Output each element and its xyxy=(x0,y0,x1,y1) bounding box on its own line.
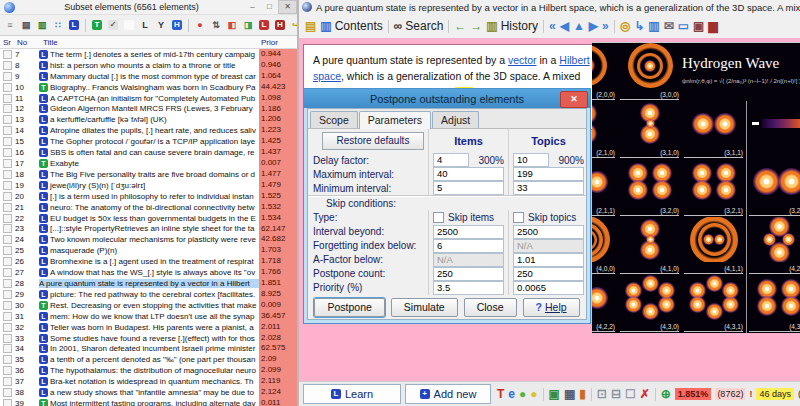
table-row[interactable]: 24LTwo known molecular mechanisms for pl… xyxy=(0,234,297,245)
ball-yellow-icon[interactable]: ● xyxy=(530,387,537,401)
check-all-icon[interactable]: ✓ xyxy=(106,18,120,32)
table-row[interactable]: 10TBiography.. Francis Walsingham was bo… xyxy=(0,82,297,93)
topics-input[interactable]: 33 xyxy=(513,181,584,195)
html-red-icon[interactable]: H xyxy=(273,18,287,32)
row-checkbox[interactable] xyxy=(3,137,12,146)
table-row[interactable]: 34LIn 2001, Sharon defeated incumbent Is… xyxy=(0,343,297,354)
table-row[interactable]: 14LAtropine dilates the pupils, [.] hear… xyxy=(0,125,297,136)
letter-l-icon[interactable]: L xyxy=(138,18,152,32)
row-checkbox[interactable] xyxy=(3,279,12,288)
items-checkbox[interactable] xyxy=(433,212,444,223)
table-row[interactable]: 25Lmasquerade (P)(n)1.703 xyxy=(0,245,297,256)
view-list-icon[interactable]: ≡ xyxy=(3,18,17,32)
row-checkbox[interactable] xyxy=(3,115,12,124)
row-checkbox[interactable] xyxy=(3,61,12,70)
row-checkbox[interactable] xyxy=(3,72,12,81)
zoom-icon[interactable]: ◎ xyxy=(620,19,630,33)
row-checkbox[interactable] xyxy=(3,50,12,59)
row-checkbox[interactable] xyxy=(3,268,12,277)
row-checkbox[interactable] xyxy=(3,290,12,299)
table-row[interactable]: 17TExabyte0.007 xyxy=(0,158,297,169)
mail-icon[interactable]: ✉ xyxy=(664,19,674,33)
row-checkbox[interactable] xyxy=(3,388,12,397)
postpone-button[interactable]: Postpone xyxy=(314,298,384,317)
topics-checkbox[interactable] xyxy=(513,212,524,223)
topics-input[interactable]: 250 xyxy=(513,267,584,281)
help-button[interactable]: ?Help xyxy=(523,298,580,317)
row-checkbox[interactable] xyxy=(3,203,12,212)
picture-icon[interactable]: ▦ xyxy=(564,387,575,401)
table-row[interactable]: 32LTeller was born in Budapest. His pare… xyxy=(0,322,297,333)
table-row[interactable]: 38La new study shows that "infantile amn… xyxy=(0,387,297,398)
table-row[interactable]: 19Ljewe(l/ll)ry (S)(n) [ˈdʒu:əlrɪ]1.479 xyxy=(0,180,297,191)
select-icon[interactable]: ☐ xyxy=(625,387,636,401)
tasklist-icon[interactable]: ▣ xyxy=(693,19,704,33)
row-checkbox[interactable] xyxy=(3,192,12,201)
items-input[interactable]: 40 xyxy=(433,167,504,181)
row-checkbox[interactable] xyxy=(3,312,12,321)
table-row[interactable]: 23L[...]::style PropertyRetrieves an inl… xyxy=(0,224,297,235)
item-icon[interactable]: L xyxy=(67,18,81,32)
dialog-close-button[interactable]: ✕ xyxy=(560,91,588,108)
table-row[interactable]: 16LSBS is often fatal and can cause seve… xyxy=(0,147,297,158)
table-row[interactable]: 33LSome studies have found a reverse [.]… xyxy=(0,333,297,344)
forward-icon[interactable]: → xyxy=(470,19,482,33)
priority-percent-badge[interactable]: 1.851% xyxy=(675,388,712,400)
items-input[interactable]: 3.5 xyxy=(433,281,504,295)
row-checkbox[interactable] xyxy=(3,94,12,103)
book-icon[interactable]: ▥ xyxy=(648,19,659,33)
table-row[interactable]: 15LThe Gopher protocol /ˈgoufər/ is a TC… xyxy=(0,136,297,147)
row-checkbox[interactable] xyxy=(3,334,12,343)
table-row[interactable]: 31Lmem: How do we know that LTP doesn't … xyxy=(0,311,297,322)
sort-icon[interactable]: ⇅ xyxy=(209,18,223,32)
row-checkbox[interactable] xyxy=(3,214,12,223)
window-red-icon[interactable]: ◧ xyxy=(225,18,239,32)
topics-input[interactable]: 0.0065 xyxy=(513,281,584,295)
folder-dark-icon[interactable]: ▤ xyxy=(19,18,33,32)
table-row[interactable]: 26LBromhexine is a [.] agent used in the… xyxy=(0,256,297,267)
items-input[interactable]: 2500 xyxy=(433,225,504,239)
bullet-red-icon[interactable]: ● xyxy=(193,18,207,32)
row-checkbox[interactable] xyxy=(3,126,12,135)
items-input[interactable]: 6 xyxy=(433,239,504,253)
table-row[interactable]: 28A pure quantum state is represented by… xyxy=(0,278,297,289)
protect-icon[interactable]: ⊕ xyxy=(661,387,671,401)
export-icon[interactable]: ↪ xyxy=(289,18,297,32)
add-new-button[interactable]: + Add new xyxy=(405,384,491,404)
dismiss-icon[interactable]: ✗ xyxy=(640,387,650,401)
tab-parameters[interactable]: Parameters xyxy=(359,111,431,129)
row-checkbox[interactable] xyxy=(3,83,12,92)
table-row[interactable]: 18LThe Big Five personality traits are f… xyxy=(0,169,297,180)
table-row[interactable]: 11LA CAPTCHA (an initialism for "Complet… xyxy=(0,93,297,104)
camera-icon[interactable]: ▣ xyxy=(549,387,560,401)
table-row[interactable]: 39TMost intermittent fasting programs, i… xyxy=(0,398,297,406)
row-checkbox[interactable] xyxy=(3,301,12,310)
table-row[interactable]: 36LThe hypothalamus: the distribution of… xyxy=(0,365,297,376)
row-checkbox[interactable] xyxy=(3,159,12,168)
column-header-title[interactable]: Title xyxy=(43,38,261,47)
items-input[interactable]: 4 xyxy=(433,153,469,167)
table-row[interactable]: 9LMammary ductal [.] is the most common … xyxy=(0,71,297,82)
dictionary-icon[interactable]: ▆ xyxy=(708,19,717,33)
browser-icon[interactable]: e xyxy=(508,387,515,401)
row-checkbox[interactable] xyxy=(3,148,12,157)
learn-button[interactable]: L Learn xyxy=(303,384,401,404)
last-icon[interactable]: » xyxy=(602,19,609,33)
row-checkbox[interactable] xyxy=(3,170,12,179)
close-button[interactable]: Close xyxy=(464,298,517,317)
row-checkbox[interactable] xyxy=(3,355,12,364)
print-icon[interactable]: ▭ xyxy=(678,19,689,33)
paste-icon[interactable]: ⊟ xyxy=(611,387,621,401)
contents-icon[interactable]: ▥Contents xyxy=(320,19,382,33)
items-input[interactable]: 5 xyxy=(433,181,504,195)
row-checkbox[interactable] xyxy=(3,246,12,255)
table-row[interactable]: 8Lhist: a person who mounts a claim to a… xyxy=(0,60,297,71)
row-checkbox[interactable] xyxy=(3,104,12,113)
copy-icon[interactable]: ⊡ xyxy=(597,387,607,401)
row-checkbox[interactable] xyxy=(3,181,12,190)
table-row[interactable]: 13La kerfuffle/carfuffle [kəˈfʌfəl] (UK)… xyxy=(0,114,297,125)
sound-icon[interactable]: ▮ xyxy=(579,387,586,401)
row-checkbox[interactable] xyxy=(3,344,12,353)
html-icon[interactable]: H xyxy=(170,18,184,32)
column-header-priority[interactable]: Prior xyxy=(261,38,297,47)
